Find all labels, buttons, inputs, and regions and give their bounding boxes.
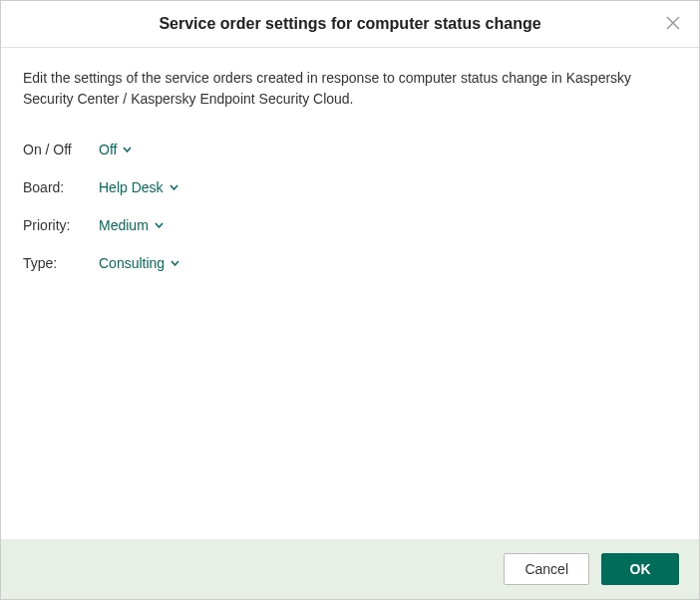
field-label-type: Type: [23, 255, 99, 271]
dialog-header: Service order settings for computer stat… [1, 1, 699, 48]
dialog-service-order-settings: Service order settings for computer stat… [0, 0, 700, 600]
chevron-down-icon [170, 183, 178, 192]
dropdown-priority[interactable]: Medium [99, 217, 164, 233]
chevron-down-icon [123, 146, 132, 154]
field-type: Type: Consulting [23, 255, 677, 271]
dropdown-board[interactable]: Help Desk [99, 179, 178, 195]
dialog-footer: Cancel OK [1, 539, 699, 599]
field-board: Board: Help Desk [23, 179, 677, 195]
ok-button[interactable]: OK [601, 553, 679, 585]
chevron-down-icon [155, 221, 164, 230]
description-text: Edit the settings of the service orders … [23, 68, 677, 110]
dropdown-value: Help Desk [99, 179, 164, 195]
dropdown-value: Medium [99, 217, 149, 233]
dialog-title: Service order settings for computer stat… [159, 15, 540, 33]
field-label-board: Board: [23, 179, 99, 195]
field-label-onoff: On / Off [23, 142, 99, 157]
cancel-button[interactable]: Cancel [504, 553, 589, 585]
field-priority: Priority: Medium [23, 217, 677, 233]
field-label-priority: Priority: [23, 217, 99, 233]
dropdown-value: Off [99, 142, 117, 157]
dialog-body: Edit the settings of the service orders … [1, 48, 699, 539]
dropdown-onoff[interactable]: Off [99, 142, 132, 157]
field-onoff: On / Off Off [23, 142, 677, 157]
chevron-down-icon [171, 259, 179, 268]
dropdown-type[interactable]: Consulting [99, 255, 179, 271]
dropdown-value: Consulting [99, 255, 165, 271]
close-button[interactable] [663, 14, 683, 34]
close-icon [666, 16, 680, 33]
